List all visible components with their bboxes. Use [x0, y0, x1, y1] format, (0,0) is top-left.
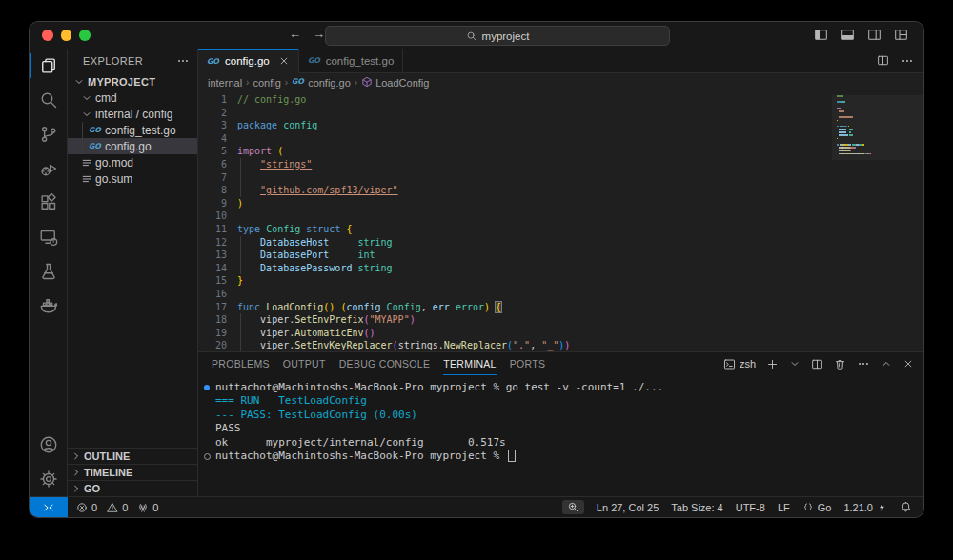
split-editor-icon[interactable] — [877, 54, 889, 67]
panel-more-icon[interactable] — [857, 357, 870, 370]
code-line[interactable]: 16 — [198, 288, 828, 301]
breadcrumb-label: config.go — [308, 77, 351, 89]
code-line[interactable]: 13 DatabasePort int — [198, 249, 828, 262]
toggle-secondary-sidebar-icon[interactable] — [867, 28, 882, 42]
code-line[interactable]: 20 viper.SetEnvKeyReplacer(strings.NewRe… — [198, 339, 828, 351]
code-line[interactable]: 4 — [198, 132, 828, 146]
code-line[interactable]: 19 viper.AutomaticEnv() — [198, 327, 828, 340]
activity-source-control[interactable] — [30, 117, 67, 151]
status-encoding[interactable]: UTF-8 — [736, 502, 765, 513]
activity-settings[interactable] — [30, 462, 67, 496]
breadcrumb-loadconfig[interactable]: LoadConfig — [361, 76, 429, 90]
error-circle-icon — [76, 502, 88, 513]
forward-arrow-icon[interactable]: → — [313, 27, 325, 41]
activity-run-debug[interactable] — [30, 151, 67, 186]
activity-testing[interactable] — [30, 254, 67, 289]
status-language-mode[interactable]: Go — [802, 502, 832, 513]
status-errors[interactable]: 0 — [76, 502, 97, 513]
panel-tab-ports[interactable]: PORTS — [510, 352, 545, 375]
code-line[interactable]: 6 "strings" — [198, 158, 828, 171]
sidebar-section-outline[interactable]: OUTLINE — [68, 448, 197, 464]
terminal[interactable]: nuttachot@Machintoshs-MacBook-Pro myproj… — [198, 375, 923, 496]
sidebar-section-timeline[interactable]: TIMELINE — [68, 464, 197, 480]
code-line[interactable]: 10 — [198, 210, 828, 223]
traffic-light-close[interactable] — [42, 30, 53, 41]
code-line[interactable]: 18 viper.SetEnvPrefix("MYAPP") — [198, 313, 828, 327]
status-warnings[interactable]: 0 — [107, 502, 128, 513]
desktop: ← → myproject EXPLORER MYPROJECTcmdinter… — [0, 0, 953, 560]
explorer-title: EXPLORER — [83, 55, 143, 67]
panel-tab-debug-console[interactable]: DEBUG CONSOLE — [339, 352, 431, 375]
toggle-panel-icon[interactable] — [841, 28, 855, 42]
terminal-line: === RUN TestLoadConfig — [198, 394, 923, 408]
code-line[interactable]: 17func LoadConfig() (config Config, err … — [198, 301, 828, 314]
shell-label: zsh — [740, 358, 756, 370]
code-editor[interactable]: 1// config.go23package config45import (6… — [198, 91, 923, 351]
code-text: DatabaseHost string — [237, 237, 393, 248]
panel-tab-terminal[interactable]: TERMINAL — [443, 352, 497, 375]
line-number: 10 — [198, 210, 237, 223]
activity-explorer[interactable] — [30, 49, 67, 83]
toggle-primary-sidebar-icon[interactable] — [814, 28, 828, 42]
tree-item-go-sum[interactable]: go.sum — [68, 170, 197, 187]
status-go-version[interactable]: 1.21.0 — [843, 502, 887, 513]
code-text: "github.com/spf13/viper" — [237, 185, 398, 195]
breadcrumb-config[interactable]: config — [253, 77, 280, 89]
breadcrumb-internal[interactable]: internal — [208, 77, 242, 89]
status-cursor-position[interactable]: Ln 27, Col 25 — [597, 502, 659, 513]
code-line[interactable]: 11type Config struct { — [198, 223, 828, 236]
status-indentation[interactable]: Tab Size: 4 — [671, 502, 722, 513]
terminal-dropdown-icon[interactable] — [789, 358, 801, 370]
traffic-light-minimize[interactable] — [61, 30, 72, 41]
status-screencast-zoom[interactable] — [562, 500, 584, 514]
tree-item-internal-config[interactable]: internal / config — [68, 106, 197, 122]
tab-config_test-go[interactable]: GOconfig_test.go — [299, 49, 404, 72]
kill-terminal-icon[interactable] — [834, 358, 846, 370]
tree-item-cmd[interactable]: cmd — [68, 90, 197, 106]
code-line[interactable]: 3package config — [198, 119, 828, 132]
activity-docker[interactable] — [30, 289, 67, 323]
new-terminal-icon[interactable] — [766, 358, 779, 370]
code-line[interactable]: 9) — [198, 197, 828, 210]
code-line[interactable]: 12 DatabaseHost string — [198, 236, 828, 250]
status-eol[interactable]: LF — [778, 502, 790, 513]
panel-tab-problems[interactable]: PROBLEMS — [212, 352, 270, 375]
customize-layout-icon[interactable] — [894, 28, 908, 42]
terminal-text: ok myproject/internal/config 0.517s — [215, 436, 506, 450]
activity-remote-explorer[interactable] — [30, 220, 67, 254]
tree-item-config-go[interactable]: GOconfig.go — [68, 138, 197, 154]
explorer-more-icon[interactable] — [176, 54, 190, 68]
code-line[interactable]: 2 — [198, 107, 828, 120]
remote-indicator[interactable] — [30, 497, 68, 517]
tree-item-myproject[interactable]: MYPROJECT — [68, 73, 197, 90]
tree-item-go-mod[interactable]: go.mod — [68, 154, 197, 170]
code-line[interactable]: 8 "github.com/spf13/viper" — [198, 184, 828, 197]
tab-config-go[interactable]: GOconfig.go — [198, 49, 299, 73]
tab-label: config_test.go — [326, 55, 395, 67]
command-center-search[interactable]: myproject — [325, 26, 670, 46]
code-line[interactable]: 15} — [198, 274, 828, 288]
breadcrumb-config-go[interactable]: GOconfig.go — [292, 76, 351, 89]
close-tab-icon[interactable] — [278, 55, 290, 67]
split-terminal-icon[interactable] — [811, 358, 823, 370]
status-notifications[interactable] — [900, 501, 912, 513]
shell-badge[interactable]: zsh — [723, 358, 756, 370]
sidebar-section-go[interactable]: GO — [68, 480, 197, 496]
code-line[interactable]: 7 — [198, 171, 828, 185]
back-arrow-icon[interactable]: ← — [289, 27, 301, 41]
traffic-light-zoom[interactable] — [79, 30, 91, 41]
activity-search[interactable] — [30, 83, 67, 117]
activity-accounts[interactable] — [30, 428, 67, 462]
minimap[interactable] — [832, 95, 923, 351]
zap-icon — [877, 502, 887, 512]
code-line[interactable]: 14 DatabasePassword string — [198, 262, 828, 275]
tree-item-config-test-go[interactable]: GOconfig_test.go — [68, 122, 197, 138]
status-ports-forwarded[interactable]: 0 — [137, 502, 158, 513]
activity-extensions[interactable] — [30, 186, 67, 220]
panel-tab-output[interactable]: OUTPUT — [283, 352, 326, 375]
code-line[interactable]: 1// config.go — [198, 93, 828, 107]
maximize-panel-icon[interactable] — [881, 358, 892, 370]
close-panel-icon[interactable] — [902, 358, 914, 370]
code-line[interactable]: 5import ( — [198, 145, 828, 158]
editor-more-icon[interactable] — [901, 54, 914, 68]
